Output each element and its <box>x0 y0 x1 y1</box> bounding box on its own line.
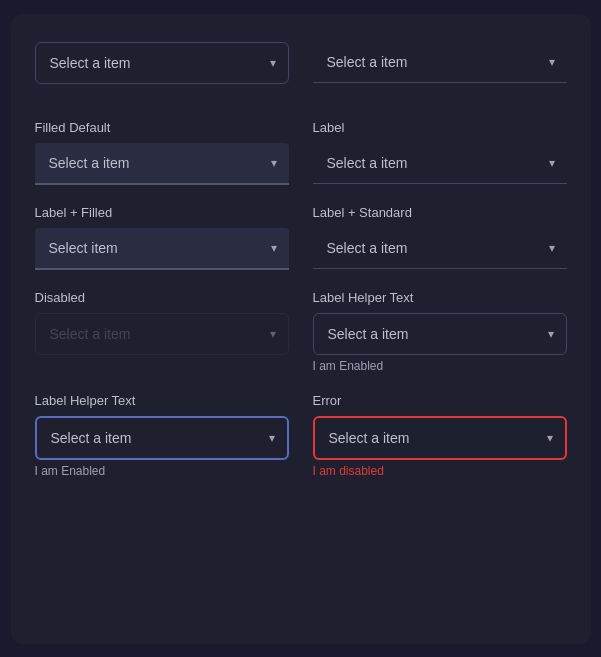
section-label-standard-2: Label + StandardSelect a item▾ <box>313 205 567 270</box>
section-label-helper-text-right: Label Helper TextSelect a item▾I am Enab… <box>313 290 567 373</box>
select-wrapper-error: Select a item▾ <box>313 416 567 460</box>
select-inner-label-standard-2: Select a item▾ <box>313 228 567 269</box>
section-error: ErrorSelect a item▾I am disabled <box>313 393 567 478</box>
helper-text-label-helper-text-right: I am Enabled <box>313 359 567 373</box>
select-wrapper-outlined-default-1: Select a item▾ <box>35 42 289 84</box>
select-wrapper-standard-default-1: Select a item▾ <box>313 42 567 83</box>
select-wrapper-label-standard-2: Select a item▾ <box>313 228 567 269</box>
label-label-helper-text-right: Label Helper Text <box>313 290 567 305</box>
row-top-row: Select a item▾Select a item▾ <box>35 42 567 104</box>
row-helper-error-row: Label Helper TextSelect a item▾I am Enab… <box>35 393 567 498</box>
select-wrapper-label-standard: Select a item▾ <box>313 143 567 184</box>
select-label-standard-2[interactable]: Select a item <box>313 228 567 268</box>
select-label-helper-text-left[interactable]: Select a item <box>37 418 287 458</box>
section-disabled: DisabledSelect a item▾ <box>35 290 289 373</box>
section-standard-default-1: Select a item▾ <box>313 42 567 84</box>
select-outlined-default-1[interactable]: Select a item <box>36 43 288 83</box>
row-disabled-helper-row: DisabledSelect a item▾Label Helper TextS… <box>35 290 567 393</box>
section-label-standard: LabelSelect a item▾ <box>313 120 567 185</box>
select-wrapper-disabled: Select a item▾ <box>35 313 289 355</box>
label-disabled: Disabled <box>35 290 289 305</box>
select-grid: Select a item▾Select a item▾Filled Defau… <box>35 42 567 498</box>
select-label-filled[interactable]: Select item <box>35 228 289 268</box>
label-label-standard-2: Label + Standard <box>313 205 567 220</box>
select-inner-label-filled: Select item▾ <box>35 228 289 270</box>
select-inner-disabled: Select a item▾ <box>35 313 289 355</box>
section-label-filled: Label + FilledSelect item▾ <box>35 205 289 270</box>
row-label-filled-standard-row: Label + FilledSelect item▾Label + Standa… <box>35 205 567 290</box>
select-wrapper-label-helper-text-right: Select a item▾ <box>313 313 567 355</box>
section-filled-default: Filled DefaultSelect a item▾ <box>35 120 289 185</box>
select-error[interactable]: Select a item <box>315 418 565 458</box>
select-inner-outlined-default-1: Select a item▾ <box>35 42 289 84</box>
helper-text-label-helper-text-left: I am Enabled <box>35 464 289 478</box>
row-filled-label-row: Filled DefaultSelect a item▾LabelSelect … <box>35 120 567 205</box>
select-inner-filled-default: Select a item▾ <box>35 143 289 185</box>
label-filled-default: Filled Default <box>35 120 289 135</box>
select-standard-default-1[interactable]: Select a item <box>313 42 567 82</box>
helper-text-error: I am disabled <box>313 464 567 478</box>
select-inner-label-helper-text-left: Select a item▾ <box>35 416 289 460</box>
select-inner-standard-default-1: Select a item▾ <box>313 42 567 83</box>
select-disabled[interactable]: Select a item <box>36 314 288 354</box>
section-label-helper-text-left: Label Helper TextSelect a item▾I am Enab… <box>35 393 289 478</box>
label-label-filled: Label + Filled <box>35 205 289 220</box>
main-card: Select a item▾Select a item▾Filled Defau… <box>11 14 591 644</box>
select-inner-error: Select a item▾ <box>313 416 567 460</box>
section-outlined-default-1: Select a item▾ <box>35 42 289 84</box>
select-label-standard[interactable]: Select a item <box>313 143 567 183</box>
select-inner-label-helper-text-right: Select a item▾ <box>313 313 567 355</box>
select-wrapper-label-filled: Select item▾ <box>35 228 289 270</box>
label-error: Error <box>313 393 567 408</box>
select-wrapper-filled-default: Select a item▾ <box>35 143 289 185</box>
label-label-standard: Label <box>313 120 567 135</box>
label-label-helper-text-left: Label Helper Text <box>35 393 289 408</box>
select-label-helper-text-right[interactable]: Select a item <box>314 314 566 354</box>
select-inner-label-standard: Select a item▾ <box>313 143 567 184</box>
select-filled-default[interactable]: Select a item <box>35 143 289 183</box>
select-wrapper-label-helper-text-left: Select a item▾ <box>35 416 289 460</box>
